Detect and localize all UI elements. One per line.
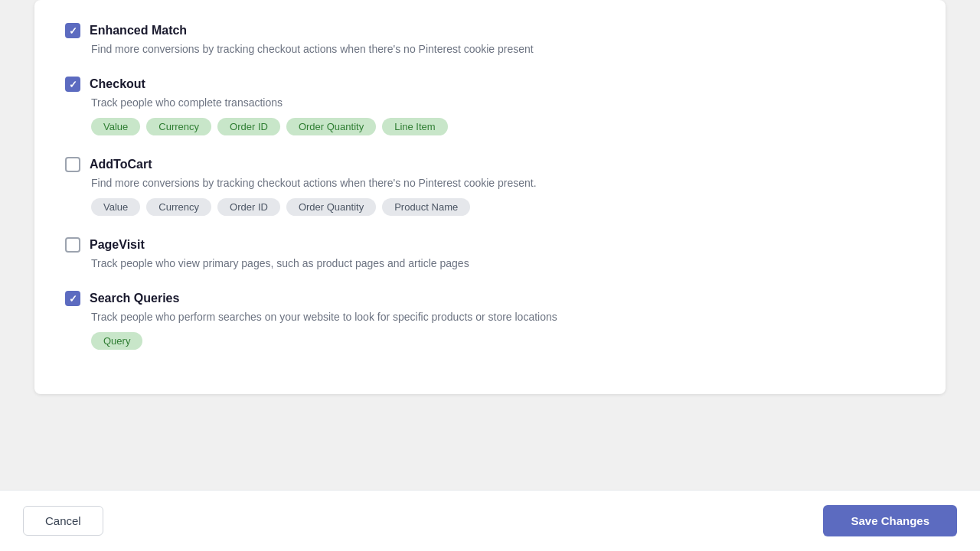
tag-order-quantity: Order Quantity (286, 198, 376, 216)
tag-product-name: Product Name (382, 198, 470, 216)
setting-description-enhanced-match: Find more conversions by tracking checko… (91, 43, 915, 55)
setting-header-page-visit: PageVisit (65, 237, 915, 253)
setting-title-search-queries: Search Queries (90, 292, 179, 305)
tags-container-add-to-cart: ValueCurrencyOrder IDOrder QuantityProdu… (91, 198, 915, 216)
tag-currency: Currency (146, 198, 211, 216)
tag-order-id: Order ID (217, 198, 280, 216)
checkbox-enhanced-match[interactable]: ✓ (65, 23, 80, 38)
setting-description-page-visit: Track people who view primary pages, suc… (91, 257, 915, 269)
footer: Cancel Save Changes (0, 490, 980, 551)
setting-header-checkout: ✓Checkout (65, 77, 915, 92)
checkbox-page-visit[interactable] (65, 237, 80, 253)
tag-value: Value (91, 118, 140, 135)
setting-header-enhanced-match: ✓Enhanced Match (65, 23, 915, 38)
checkbox-search-queries[interactable]: ✓ (65, 291, 80, 306)
checkmark-icon: ✓ (69, 26, 77, 36)
setting-description-add-to-cart: Find more conversions by tracking checko… (91, 177, 915, 189)
tag-order-quantity: Order Quantity (286, 118, 376, 135)
settings-card: ✓Enhanced MatchFind more conversions by … (34, 0, 946, 394)
setting-item-search-queries: ✓Search QueriesTrack people who perform … (65, 291, 915, 350)
cancel-button[interactable]: Cancel (23, 506, 103, 536)
setting-item-add-to-cart: AddToCartFind more conversions by tracki… (65, 157, 915, 216)
tag-line-item: Line Item (382, 118, 447, 135)
checkmark-icon: ✓ (69, 80, 77, 90)
setting-description-checkout: Track people who complete transactions (91, 96, 915, 109)
save-changes-button[interactable]: Save Changes (823, 505, 957, 536)
setting-header-add-to-cart: AddToCart (65, 157, 915, 172)
checkbox-add-to-cart[interactable] (65, 157, 80, 172)
setting-title-add-to-cart: AddToCart (90, 158, 152, 171)
tags-container-checkout: ValueCurrencyOrder IDOrder QuantityLine … (91, 118, 915, 135)
setting-title-checkout: Checkout (90, 77, 145, 91)
setting-title-page-visit: PageVisit (90, 238, 145, 252)
setting-item-checkout: ✓CheckoutTrack people who complete trans… (65, 77, 915, 135)
checkmark-icon: ✓ (69, 294, 77, 304)
setting-header-search-queries: ✓Search Queries (65, 291, 915, 306)
tag-currency: Currency (146, 118, 211, 135)
setting-title-enhanced-match: Enhanced Match (90, 24, 187, 37)
setting-item-enhanced-match: ✓Enhanced MatchFind more conversions by … (65, 23, 915, 55)
tag-order-id: Order ID (217, 118, 280, 135)
setting-description-search-queries: Track people who perform searches on you… (91, 311, 915, 323)
tag-query: Query (91, 332, 142, 350)
checkbox-checkout[interactable]: ✓ (65, 77, 80, 92)
setting-item-page-visit: PageVisitTrack people who view primary p… (65, 237, 915, 269)
tags-container-search-queries: Query (91, 332, 915, 350)
tag-value: Value (91, 198, 140, 216)
